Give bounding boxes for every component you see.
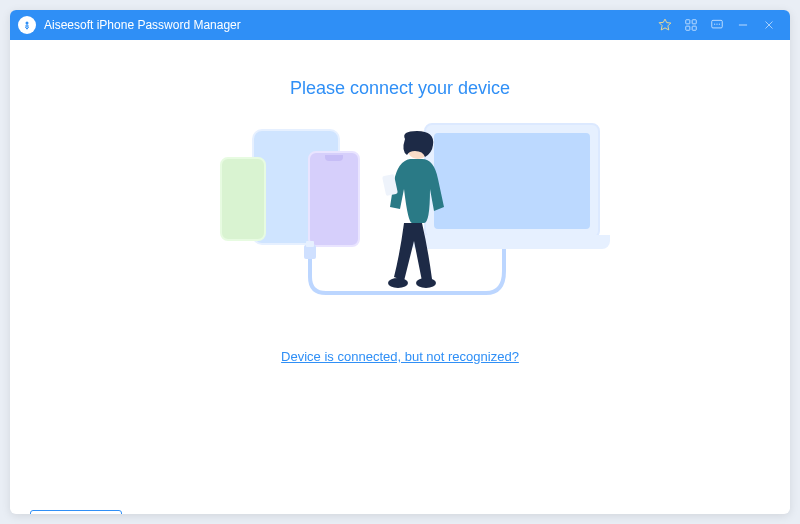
app-title: Aiseesoft iPhone Password Manager [44, 18, 241, 32]
app-logo-icon [18, 16, 36, 34]
connect-illustration [190, 123, 610, 323]
app-window: Aiseesoft iPhone Password Manager Please… [10, 10, 790, 514]
headline: Please connect your device [10, 78, 790, 99]
svg-rect-3 [686, 26, 690, 30]
svg-point-7 [716, 24, 717, 25]
device-not-recognized-link[interactable]: Device is connected, but not recognized? [281, 349, 519, 364]
svg-rect-12 [304, 245, 316, 259]
apps-icon[interactable] [678, 10, 704, 40]
hint-area: Device is connected, but not recognized? [10, 347, 790, 365]
svg-point-16 [416, 278, 436, 288]
svg-point-8 [719, 24, 720, 25]
phone-green-icon [220, 157, 266, 241]
svg-rect-4 [692, 26, 696, 30]
svg-point-6 [714, 24, 715, 25]
svg-point-15 [388, 278, 408, 288]
feedback-icon[interactable] [704, 10, 730, 40]
content-area: Please connect your device [10, 78, 790, 514]
titlebar: Aiseesoft iPhone Password Manager [10, 10, 790, 40]
premium-icon[interactable] [652, 10, 678, 40]
close-button[interactable] [756, 10, 782, 40]
svg-rect-1 [686, 20, 690, 24]
svg-rect-2 [692, 20, 696, 24]
person-icon [380, 131, 450, 291]
phone-purple-icon [308, 151, 360, 247]
minimize-button[interactable] [730, 10, 756, 40]
view-history-button[interactable]: View History [30, 510, 122, 514]
